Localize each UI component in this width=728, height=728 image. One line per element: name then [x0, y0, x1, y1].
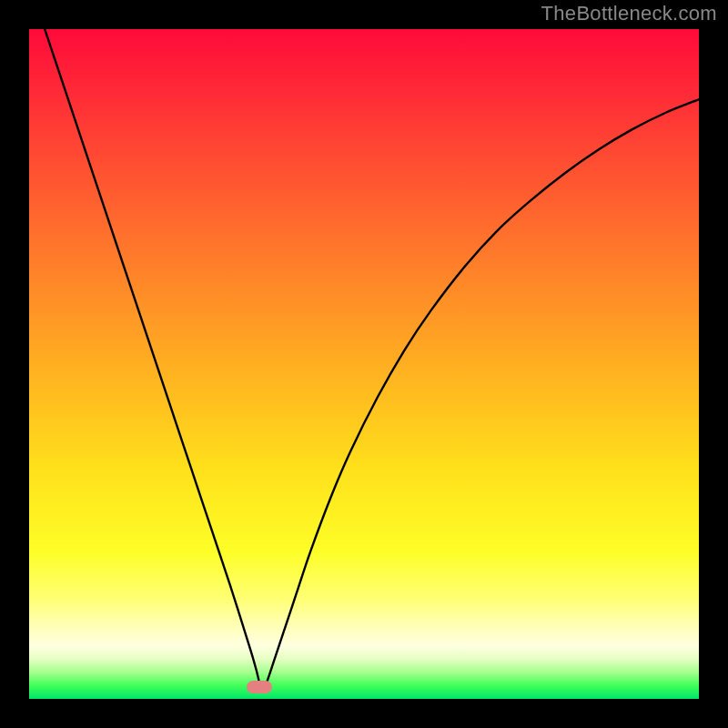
notch-marker — [247, 681, 272, 693]
plot-area — [29, 29, 699, 699]
chart-frame: TheBottleneck.com — [0, 0, 728, 728]
watermark-label: TheBottleneck.com — [541, 2, 717, 25]
bottleneck-curve — [29, 29, 699, 699]
